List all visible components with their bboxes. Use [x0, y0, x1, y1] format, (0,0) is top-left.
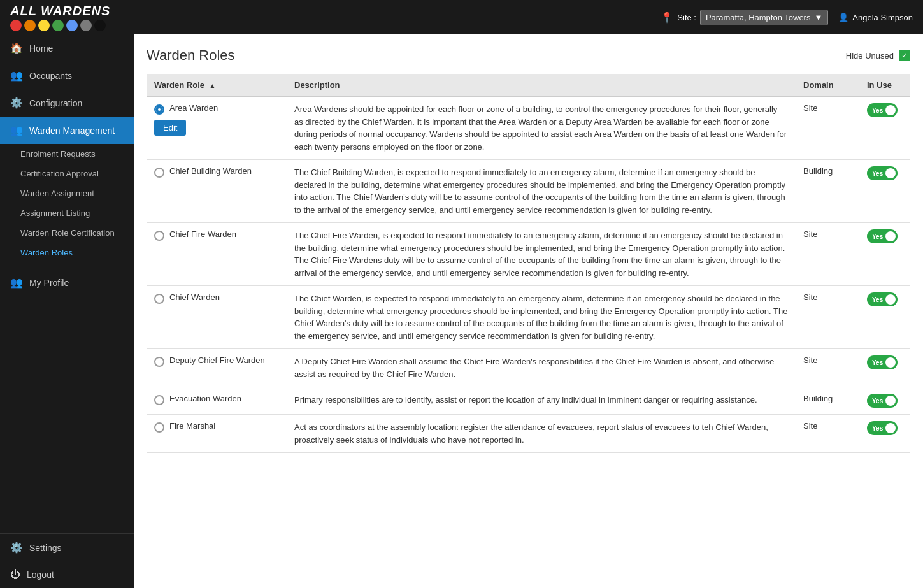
- user-icon: 👤: [838, 13, 848, 22]
- hide-unused-checkbox[interactable]: ✓: [899, 50, 910, 61]
- description-cell: Act as coordinators at the assembly loca…: [287, 415, 796, 453]
- inuse-toggle-chief-fire-warden[interactable]: Yes: [867, 229, 898, 243]
- logo-dot: [38, 20, 50, 31]
- toggle-knob: [885, 357, 896, 368]
- inuse-toggle-deputy-chief-fire-warden[interactable]: Yes: [867, 355, 898, 369]
- sidebar-label-settings: Settings: [29, 543, 62, 553]
- logo-dot: [52, 20, 64, 31]
- page-header: Warden Roles Hide Unused ✓: [147, 47, 910, 64]
- topbar: ALL WARDENS 📍 Site : Paramatta, Hampton …: [0, 0, 923, 34]
- site-label: Site :: [677, 13, 696, 22]
- role-name: Chief Building Warden: [169, 166, 252, 176]
- table-body: Area WardenEditArea Wardens should be ap…: [147, 97, 910, 453]
- inuse-cell: Yes: [859, 286, 910, 349]
- description-cell: The Chief Fire Warden, is expected to re…: [287, 223, 796, 286]
- role-name-cell: Chief Fire Warden: [154, 229, 279, 241]
- domain-cell: Site: [796, 97, 859, 160]
- sidebar-sub-label-enrolment: Enrolment Requests: [20, 149, 96, 159]
- toggle-label: Yes: [872, 233, 883, 240]
- logo-dot: [10, 20, 22, 31]
- sidebar-item-home[interactable]: 🏠 Home: [0, 34, 134, 62]
- hide-unused-label: Hide Unused: [846, 51, 894, 61]
- sidebar-item-settings[interactable]: ⚙️ Settings: [0, 534, 134, 561]
- description-cell: Area Wardens should be appointed for eac…: [287, 97, 796, 160]
- hide-unused-section: Hide Unused ✓: [846, 50, 910, 61]
- inuse-cell: Yes: [859, 387, 910, 415]
- role-radio-evacuation-warden[interactable]: [154, 395, 164, 405]
- role-radio-chief-warden[interactable]: [154, 294, 164, 304]
- logo-dots: [10, 20, 110, 31]
- topbar-right: 📍 Site : Paramatta, Hampton Towers ▼ 👤 A…: [661, 10, 913, 25]
- role-name: Chief Warden: [169, 292, 220, 302]
- role-name: Chief Fire Warden: [169, 229, 236, 239]
- table-row: Area WardenEditArea Wardens should be ap…: [147, 97, 910, 160]
- inuse-toggle-evacuation-warden[interactable]: Yes: [867, 394, 898, 408]
- inuse-toggle-chief-building-warden[interactable]: Yes: [867, 166, 898, 180]
- role-cell: Chief Fire Warden: [147, 223, 287, 286]
- inuse-cell: Yes: [859, 349, 910, 387]
- role-cell: Deputy Chief Fire Warden: [147, 349, 287, 387]
- toggle-label: Yes: [872, 359, 883, 366]
- description-cell: The Chief Warden, is expected to respond…: [287, 286, 796, 349]
- sidebar-item-my-profile[interactable]: 👥 My Profile: [0, 269, 134, 296]
- role-radio-chief-building-warden[interactable]: [154, 168, 164, 178]
- page-title: Warden Roles: [147, 47, 235, 64]
- inuse-toggle-chief-warden[interactable]: Yes: [867, 292, 898, 306]
- description-cell: The Chief Building Warden, is expected t…: [287, 160, 796, 223]
- sidebar-sub-warden-roles[interactable]: Warden Roles: [0, 243, 134, 262]
- inuse-cell: Yes: [859, 160, 910, 223]
- sidebar-label-configuration: Configuration: [29, 98, 82, 108]
- occupants-icon: 👥: [10, 69, 23, 82]
- role-cell: Fire Marshal: [147, 415, 287, 453]
- table-row: Chief Fire WardenThe Chief Fire Warden, …: [147, 223, 910, 286]
- toggle-label: Yes: [872, 107, 883, 114]
- logo-dot: [80, 20, 92, 31]
- role-radio-fire-marshal[interactable]: [154, 422, 164, 433]
- edit-button-area-warden[interactable]: Edit: [154, 120, 186, 136]
- table-row: Chief Building WardenThe Chief Building …: [147, 160, 910, 223]
- sidebar-label-home: Home: [29, 43, 53, 54]
- table-row: Fire MarshalAct as coordinators at the a…: [147, 415, 910, 453]
- settings-icon: ⚙️: [10, 541, 23, 554]
- toggle-knob: [885, 168, 896, 178]
- description-cell: Primary responsibilities are to identify…: [287, 387, 796, 415]
- user-info: 👤 Angela Simpson: [838, 13, 913, 22]
- role-name: Area Warden: [169, 103, 218, 113]
- role-radio-area-warden[interactable]: [154, 104, 164, 115]
- logo-text: ALL WARDENS: [10, 4, 110, 18]
- role-name-cell: Deputy Chief Fire Warden: [154, 355, 279, 367]
- sidebar-sub-label-warden-roles: Warden Roles: [20, 248, 73, 257]
- site-dropdown[interactable]: Paramatta, Hampton Towers ▼: [700, 10, 828, 25]
- inuse-toggle-area-warden[interactable]: Yes: [867, 103, 898, 117]
- sidebar-item-warden-management[interactable]: 👥 Warden Management: [0, 117, 134, 144]
- sidebar-sub-warden-assignment[interactable]: Warden Assignment: [0, 183, 134, 203]
- sidebar-sub-enrolment-requests[interactable]: Enrolment Requests: [0, 144, 134, 164]
- sidebar-item-configuration[interactable]: ⚙️ Configuration: [0, 89, 134, 117]
- domain-cell: Building: [796, 387, 859, 415]
- table-row: Evacuation WardenPrimary responsibilitie…: [147, 387, 910, 415]
- domain-cell: Site: [796, 349, 859, 387]
- role-name-cell: Fire Marshal: [154, 421, 279, 433]
- sidebar-item-logout[interactable]: ⏻ Logout: [0, 561, 134, 588]
- site-value: Paramatta, Hampton Towers: [706, 13, 811, 22]
- roles-table: Warden Role ▲ Description Domain In Use …: [147, 74, 910, 453]
- logo-dot: [24, 20, 36, 31]
- logo-dot: [66, 20, 78, 31]
- sidebar-sub-warden-role-certification[interactable]: Warden Role Certification: [0, 223, 134, 243]
- sidebar-item-occupants[interactable]: 👥 Occupants: [0, 62, 134, 89]
- sidebar-sub-label-assignment-listing: Assignment Listing: [20, 208, 90, 218]
- sidebar-sub-assignment-listing[interactable]: Assignment Listing: [0, 203, 134, 223]
- role-radio-chief-fire-warden[interactable]: [154, 231, 164, 241]
- inuse-cell: Yes: [859, 223, 910, 286]
- inuse-toggle-fire-marshal[interactable]: Yes: [867, 421, 898, 435]
- role-cell: Area WardenEdit: [147, 97, 287, 160]
- logo: ALL WARDENS: [10, 4, 110, 31]
- inuse-cell: Yes: [859, 97, 910, 160]
- role-radio-deputy-chief-fire-warden[interactable]: [154, 357, 164, 367]
- toggle-knob: [885, 105, 896, 115]
- sidebar-sub-label-warden-assignment: Warden Assignment: [20, 189, 94, 198]
- sidebar-bottom: ⚙️ Settings ⏻ Logout: [0, 533, 134, 588]
- layout: 🏠 Home 👥 Occupants ⚙️ Configuration 👥 Wa…: [0, 34, 923, 588]
- sidebar-sub-certification-approval[interactable]: Certification Approval: [0, 164, 134, 183]
- toggle-knob: [885, 294, 896, 305]
